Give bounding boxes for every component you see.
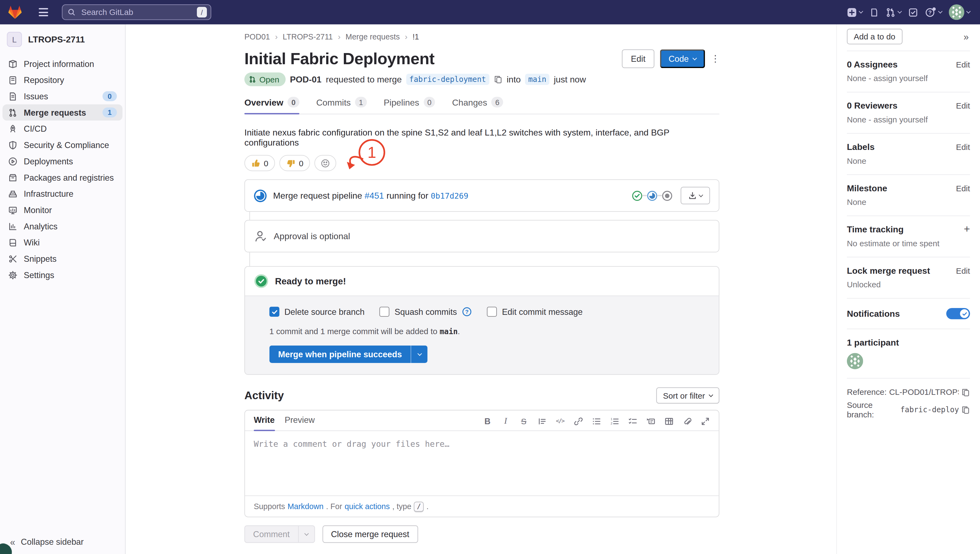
checkbox-checked[interactable]: [269, 307, 280, 317]
edit-button[interactable]: Edit: [622, 49, 654, 68]
download-artifacts-button[interactable]: [680, 187, 710, 204]
edit-commit-message-checkbox[interactable]: Edit commit message: [487, 307, 583, 317]
merge-when-pipeline-succeeds-button[interactable]: Merge when pipeline succeeds: [269, 345, 428, 363]
merge-button-label[interactable]: Merge when pipeline succeeds: [269, 345, 411, 363]
more-actions-kebab[interactable]: ⋮: [711, 49, 719, 68]
edit-reviewers-button[interactable]: Edit: [956, 101, 970, 110]
merge-options-caret[interactable]: [411, 345, 428, 363]
assignees-value[interactable]: None - assign yourself: [847, 74, 970, 83]
attach-file-button[interactable]: [682, 416, 692, 426]
italic-button[interactable]: I: [500, 416, 511, 426]
commit-sha-link[interactable]: 0b17d269: [431, 191, 468, 201]
tab-commits[interactable]: Commits1: [316, 97, 367, 114]
comment-button-disabled[interactable]: Comment: [244, 525, 315, 543]
numbered-list-button[interactable]: 12: [610, 416, 620, 426]
strikethrough-button[interactable]: S: [519, 416, 529, 426]
merge-requests-button[interactable]: [886, 7, 901, 17]
sidebar-item-issues[interactable]: Issues 0: [2, 88, 123, 105]
stage-passed-icon[interactable]: [632, 190, 642, 201]
stage-pending-icon[interactable]: [662, 190, 672, 201]
checkbox-unchecked[interactable]: [379, 307, 390, 317]
help-question-icon[interactable]: ?: [462, 307, 472, 317]
hamburger-menu-icon[interactable]: [39, 8, 48, 16]
thumbs-up-button[interactable]: 0: [244, 155, 275, 171]
quick-actions-link[interactable]: quick actions: [345, 502, 390, 511]
edit-assignees-button[interactable]: Edit: [956, 60, 970, 69]
help-menu-button[interactable]: ?: [925, 7, 942, 18]
search-input[interactable]: [80, 7, 197, 18]
delete-source-branch-checkbox[interactable]: Delete source branch: [269, 307, 365, 317]
sidebar-item-repository[interactable]: Repository: [2, 72, 123, 88]
author-name[interactable]: POD-01: [290, 74, 322, 84]
gitlab-logo[interactable]: [8, 5, 22, 19]
markdown-link[interactable]: Markdown: [287, 502, 323, 511]
tab-changes[interactable]: Changes6: [452, 97, 504, 114]
add-reaction-button[interactable]: [315, 155, 336, 171]
sidebar-item-packages-registries[interactable]: Packages and registries: [2, 169, 123, 186]
sidebar-item-security-compliance[interactable]: Security & Compliance: [2, 137, 123, 153]
bold-button[interactable]: B: [482, 416, 492, 426]
pipeline-id-link[interactable]: #451: [365, 191, 384, 201]
copy-reference-button[interactable]: [961, 388, 970, 396]
breadcrumb-project[interactable]: LTROPS-2711: [283, 32, 333, 41]
collapsible-section-button[interactable]: [646, 416, 656, 426]
code-button[interactable]: Code: [660, 49, 705, 68]
quote-button[interactable]: [537, 416, 547, 426]
collapse-right-sidebar-icon[interactable]: »: [962, 31, 970, 42]
fullscreen-button[interactable]: [700, 416, 710, 426]
tab-write[interactable]: Write: [254, 416, 275, 430]
tab-preview[interactable]: Preview: [285, 416, 315, 430]
sidebar-item-monitor[interactable]: Monitor: [2, 202, 123, 218]
source-branch-link[interactable]: fabric-deployment: [406, 74, 489, 85]
copy-branch-icon[interactable]: [494, 75, 502, 84]
stage-running-icon[interactable]: [647, 190, 657, 201]
bullet-list-button[interactable]: [591, 416, 601, 426]
task-list-button[interactable]: [628, 416, 637, 426]
comment-textarea[interactable]: [245, 431, 719, 494]
sidebar-item-wiki[interactable]: Wiki: [2, 234, 123, 251]
tab-pipelines[interactable]: Pipelines0: [384, 97, 435, 114]
sidebar-item-cicd[interactable]: CI/CD: [2, 121, 123, 137]
sidebar-item-merge-requests[interactable]: Merge requests 1: [2, 104, 123, 121]
checkbox-unchecked[interactable]: [487, 307, 497, 317]
editor-footer: Supports Markdown. For quick actions, ty…: [245, 495, 719, 517]
collapse-sidebar-button[interactable]: « Collapse sidebar: [10, 536, 84, 547]
add-todo-button[interactable]: Add a to do: [847, 29, 902, 45]
link-button[interactable]: [573, 416, 583, 426]
sidebar-item-deployments[interactable]: Deployments: [2, 153, 123, 169]
sidebar-item-infrastructure[interactable]: Infrastructure: [2, 186, 123, 202]
close-merge-request-button[interactable]: Close merge request: [322, 525, 418, 543]
breadcrumb-merge-requests[interactable]: Merge requests: [346, 32, 400, 41]
notifications-toggle-on[interactable]: [946, 308, 970, 319]
edit-labels-button[interactable]: Edit: [956, 142, 970, 151]
user-menu[interactable]: [949, 4, 970, 20]
edit-lock-button[interactable]: Edit: [956, 266, 970, 275]
edit-milestone-button[interactable]: Edit: [956, 183, 970, 193]
issues-button[interactable]: [870, 7, 879, 17]
reference-block: Reference: CL-POD01/LTROPS-2… Source bra…: [847, 379, 970, 419]
participant-avatar[interactable]: [847, 353, 970, 369]
sidebar-item-project-information[interactable]: Project information: [2, 56, 123, 72]
project-context-header[interactable]: L LTROPS-2711: [0, 24, 125, 53]
sidebar-item-snippets[interactable]: Snippets: [2, 251, 123, 267]
table-button[interactable]: [664, 416, 674, 426]
add-time-entry-button[interactable]: +: [964, 225, 970, 234]
copy-source-branch-button[interactable]: [961, 406, 970, 414]
comment-options-caret[interactable]: [298, 526, 314, 542]
global-search[interactable]: /: [62, 4, 211, 20]
squash-commits-checkbox[interactable]: Squash commits ?: [379, 307, 472, 317]
reviewers-value[interactable]: None - assign yourself: [847, 115, 970, 124]
tab-overview[interactable]: Overview0: [244, 97, 300, 114]
code-button[interactable]: </>: [555, 416, 565, 426]
target-branch-link[interactable]: main: [525, 74, 549, 85]
merge-note: 1 commit and 1 merge commit will be adde…: [269, 327, 710, 336]
comment-button-label[interactable]: Comment: [245, 526, 298, 542]
new-menu-button[interactable]: [847, 7, 862, 17]
sort-or-filter-button[interactable]: Sort or filter: [656, 387, 719, 404]
todo-list-button[interactable]: [908, 7, 918, 17]
thumbs-down-button[interactable]: 0: [280, 155, 310, 171]
top-navbar: / ?: [0, 0, 980, 24]
sidebar-item-analytics[interactable]: Analytics: [2, 218, 123, 234]
sidebar-item-settings[interactable]: Settings: [2, 267, 123, 283]
breadcrumb-group[interactable]: POD01: [244, 32, 270, 41]
